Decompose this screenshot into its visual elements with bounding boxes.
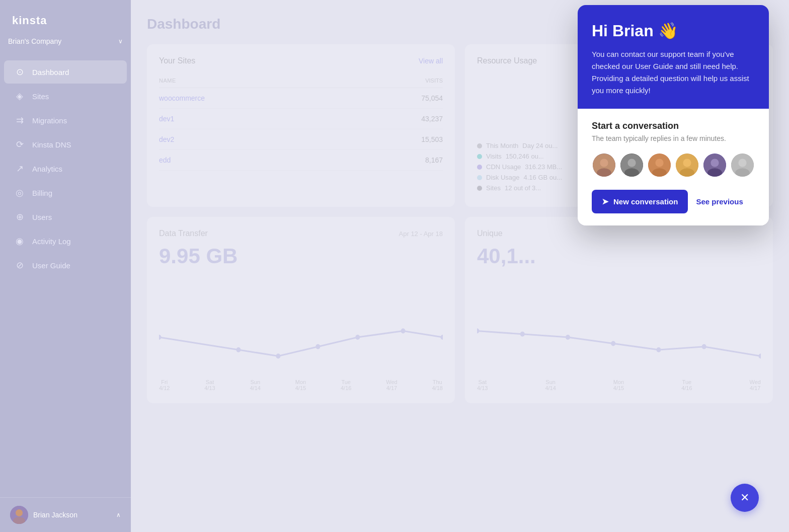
sidebar-item-dashboard[interactable]: ⊙ Dashboard (4, 60, 127, 84)
popup-body: Start a conversation The team typically … (578, 109, 769, 225)
sidebar: kinsta Brian's Company ∨ ⊙ Dashboard ◈ S… (0, 0, 131, 532)
sidebar-item-label: Users (32, 213, 52, 221)
support-avatar (619, 153, 644, 178)
new-conversation-button[interactable]: ➤ New conversation (592, 190, 688, 213)
sidebar-item-label: Migrations (32, 116, 67, 125)
svg-point-28 (652, 168, 667, 177)
logo-container: kinsta (0, 0, 131, 37)
sites-icon: ◈ (14, 91, 25, 102)
wave-emoji: 👋 (658, 22, 678, 40)
see-previous-link[interactable]: See previous (696, 197, 743, 206)
svg-point-1 (16, 509, 23, 516)
users-icon: ⊕ (14, 211, 25, 222)
support-popup: Hi Brian 👋 You can contact our support t… (578, 5, 769, 225)
guide-icon: ⊘ (14, 260, 25, 271)
sidebar-item-analytics[interactable]: ↗ Analytics (4, 157, 127, 180)
company-name: Brian's Company (8, 37, 61, 45)
sidebar-item-label: Dashboard (32, 68, 69, 77)
svg-point-31 (680, 168, 694, 177)
activity-icon: ◉ (14, 236, 25, 247)
svg-point-30 (683, 159, 691, 167)
popup-description: You can contact our support team if you'… (592, 48, 755, 97)
svg-point-22 (597, 168, 611, 177)
svg-point-24 (627, 159, 636, 167)
svg-point-37 (735, 168, 750, 177)
support-avatar (647, 153, 672, 178)
close-icon: ✕ (740, 491, 749, 504)
home-icon: ⊙ (14, 66, 25, 78)
sidebar-item-label: Activity Log (32, 237, 71, 246)
migrations-icon: ⇉ (14, 115, 25, 126)
dns-icon: ⟳ (14, 139, 25, 150)
sidebar-item-label: Analytics (32, 165, 62, 173)
sidebar-item-sites[interactable]: ◈ Sites (4, 85, 127, 108)
new-conversation-label: New conversation (613, 197, 678, 206)
logo: kinsta (12, 14, 119, 27)
sidebar-item-label: Kinsta DNS (32, 140, 71, 149)
support-avatar (675, 153, 699, 178)
sidebar-item-migrations[interactable]: ⇉ Migrations (4, 109, 127, 132)
svg-point-36 (738, 159, 746, 167)
sidebar-item-billing[interactable]: ◎ Billing (4, 181, 127, 204)
support-avatar (702, 153, 727, 178)
sidebar-item-kinsta-dns[interactable]: ⟳ Kinsta DNS (4, 133, 127, 156)
send-icon: ➤ (602, 197, 608, 206)
sidebar-item-label: User Guide (32, 261, 70, 270)
analytics-icon: ↗ (14, 163, 25, 174)
popup-header: Hi Brian 👋 You can contact our support t… (578, 5, 769, 109)
close-button[interactable]: ✕ (731, 484, 759, 512)
sidebar-nav: ⊙ Dashboard ◈ Sites ⇉ Migrations ⟳ Kinst… (0, 55, 131, 497)
svg-point-21 (600, 159, 608, 167)
svg-point-25 (624, 168, 639, 177)
chevron-up-icon: ∧ (116, 511, 121, 518)
svg-point-27 (655, 159, 663, 167)
svg-point-34 (707, 168, 722, 177)
user-name: Brian Jackson (33, 511, 77, 519)
support-avatar (730, 153, 755, 178)
sidebar-item-users[interactable]: ⊕ Users (4, 205, 127, 229)
chevron-down-icon: ∨ (118, 38, 123, 45)
user-info: Brian Jackson (10, 506, 77, 524)
sidebar-footer: Brian Jackson ∧ (0, 497, 131, 532)
sidebar-item-user-guide[interactable]: ⊘ User Guide (4, 254, 127, 277)
conversation-subtitle: The team typically replies in a few minu… (592, 134, 755, 142)
sidebar-item-label: Billing (32, 189, 52, 197)
popup-actions: ➤ New conversation See previous (592, 190, 755, 213)
sidebar-item-label: Sites (32, 92, 49, 101)
svg-point-33 (711, 159, 719, 167)
sidebar-item-activity-log[interactable]: ◉ Activity Log (4, 230, 127, 253)
company-selector[interactable]: Brian's Company ∨ (0, 37, 131, 55)
popup-greeting: Hi Brian 👋 (592, 21, 755, 40)
billing-icon: ◎ (14, 187, 25, 198)
avatars-row (592, 153, 755, 178)
main-content: Dashboard Your Sites View all NAME VISIT… (131, 0, 789, 532)
support-avatar (592, 153, 616, 178)
conversation-title: Start a conversation (592, 121, 755, 131)
avatar (10, 506, 28, 524)
